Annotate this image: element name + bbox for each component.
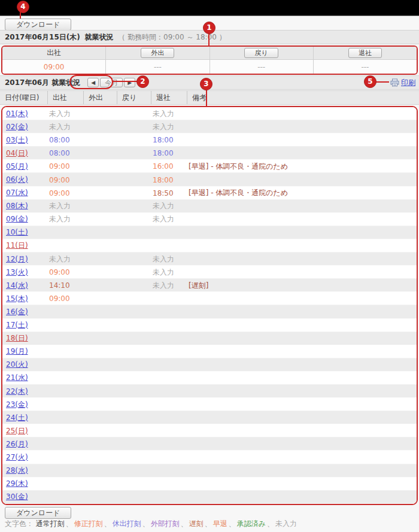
date-link[interactable]: 19(月): [6, 347, 28, 355]
cell-in: 09:00: [49, 189, 70, 197]
punch-clockout-button[interactable]: 退社: [348, 48, 382, 58]
legend-item: 休出打刻: [113, 519, 141, 528]
work-hours-label: （ 勤務時間：09:00 ～ 18:00 ）: [118, 33, 226, 41]
date-link[interactable]: 21(水): [6, 373, 28, 382]
cell-leave: 16:00: [153, 162, 174, 171]
punch-goout-button[interactable]: 外出: [141, 48, 174, 58]
legend-item: 承認済み: [237, 519, 266, 528]
month-table-row: 04(日)08:0018:00: [2, 147, 417, 160]
date-link[interactable]: 07(水): [6, 189, 28, 197]
legend-item: 遅刻: [189, 519, 204, 528]
month-table-row: 20(火): [2, 358, 417, 372]
month-table-row: 17(土): [2, 319, 417, 332]
month-table-body: 01(木)未入力未入力02(金)未入力未入力03(土)08:0018:0004(…: [1, 106, 418, 505]
printer-icon: [390, 78, 399, 87]
date-link[interactable]: 28(水): [6, 466, 28, 475]
legend-item: 早退: [213, 519, 227, 528]
punch-col-clockin-label: 出社: [47, 48, 61, 58]
month-table-row: 19(月): [2, 345, 417, 358]
date-link[interactable]: 30(金): [6, 493, 28, 501]
punch-header-row: 出社 外出 戻り 退社: [2, 47, 417, 60]
date-link[interactable]: 13(火): [6, 268, 28, 276]
date-link[interactable]: 23(金): [6, 400, 28, 409]
cell-in: 未入力: [49, 123, 71, 131]
legend-separator: 、: [104, 519, 111, 528]
month-table-row: 02(金)未入力未入力: [2, 120, 417, 133]
date-link[interactable]: 14(水): [6, 281, 28, 290]
annotation-line-2: [112, 81, 137, 82]
month-table-row: 11(日): [2, 239, 417, 253]
date-link[interactable]: 22(木): [6, 387, 28, 396]
date-link[interactable]: 06(火): [6, 175, 28, 184]
legend-separator: 、: [267, 519, 274, 528]
punch-return-button[interactable]: 戻り: [244, 48, 278, 58]
cell-leave: 18:00: [153, 149, 174, 157]
annotation-line-4: [20, 12, 21, 19]
date-link[interactable]: 12(月): [6, 255, 28, 263]
date-link[interactable]: 02(金): [6, 123, 28, 131]
next-month-button[interactable]: ▶: [124, 78, 135, 87]
month-table-row: 26(月): [2, 437, 417, 451]
date-link[interactable]: 29(木): [6, 479, 28, 488]
month-table-row: 07(水)09:0018:50[早退] - 体調不良・通院のため: [2, 187, 417, 200]
legend-separator: 、: [205, 519, 212, 528]
cell-in: 未入力: [49, 215, 71, 223]
month-table-row: 01(木)未入力未入力: [2, 107, 417, 120]
date-link[interactable]: 04(日): [6, 149, 28, 157]
cell-in: 未入力: [49, 202, 71, 210]
today-section-title: 就業状況: [84, 33, 113, 41]
annotation-line-1: [208, 33, 210, 46]
month-table-row: 23(金): [2, 398, 417, 411]
cell-leave: 未入力: [153, 255, 174, 263]
month-table-row: 14(水)14:10未入力[遅刻]: [2, 279, 417, 292]
date-link[interactable]: 09(金): [6, 215, 28, 223]
today-date-title: 2017年06月15日(木): [5, 33, 80, 41]
date-link[interactable]: 15(木): [6, 294, 28, 303]
month-table-row: 24(土): [2, 411, 417, 424]
date-link[interactable]: 27(火): [6, 453, 28, 461]
month-table-row: 22(木): [2, 385, 417, 398]
annotation-outline-month-nav: [69, 75, 113, 89]
month-column-header: 日付(曜日) 出社 外出 戻り 退社 備考: [0, 90, 419, 105]
date-link[interactable]: 03(土): [6, 136, 28, 144]
punch-goout-time: ---: [154, 63, 162, 71]
download-button-top[interactable]: ダウンロード: [5, 19, 71, 31]
cell-note: [遅刻]: [189, 281, 208, 290]
cell-leave: 未入力: [153, 215, 174, 223]
col-remarks-label: 備考: [187, 91, 419, 104]
today-punch-table: 出社 外出 戻り 退社 09:00 --- --- ---: [1, 45, 418, 75]
month-table-row: 18(日): [2, 332, 417, 345]
date-link[interactable]: 18(日): [6, 334, 28, 342]
date-link[interactable]: 05(月): [6, 162, 28, 171]
month-table-row: 09(金)未入力未入力: [2, 213, 417, 226]
punch-return-time: ---: [257, 63, 265, 71]
col-goout-label: 外出: [84, 91, 117, 104]
date-link[interactable]: 16(金): [6, 308, 28, 316]
date-link[interactable]: 08(木): [6, 202, 28, 210]
legend-item: 未入力: [275, 519, 297, 528]
date-link[interactable]: 11(日): [6, 241, 28, 250]
top-black-bar: [0, 0, 419, 16]
punch-values-row: 09:00 --- --- ---: [2, 60, 417, 74]
month-table-row: 25(日): [2, 424, 417, 437]
date-link[interactable]: 25(日): [6, 427, 28, 435]
month-table-row: 13(火)09:00未入力: [2, 266, 417, 279]
month-table-row: 30(金): [2, 491, 417, 504]
date-link[interactable]: 20(火): [6, 360, 28, 369]
print-link[interactable]: 印刷: [401, 78, 415, 88]
date-link[interactable]: 17(土): [6, 321, 28, 329]
cell-leave: 18:00: [153, 136, 174, 144]
legend-item: 通常打刻: [36, 519, 65, 528]
legend-separator: 、: [66, 519, 73, 528]
cell-in: 08:00: [49, 149, 70, 157]
download-button-bottom[interactable]: ダウンロード: [5, 507, 71, 519]
cell-leave: 未入力: [153, 110, 174, 118]
date-link[interactable]: 24(土): [6, 414, 28, 422]
cell-leave: 18:50: [153, 189, 174, 197]
cell-leave: 未入力: [153, 268, 174, 276]
legend-item: 修正打刻: [74, 519, 103, 528]
annotation-badge-3: 3: [200, 78, 212, 90]
date-link[interactable]: 01(木): [6, 110, 28, 118]
date-link[interactable]: 10(土): [6, 228, 28, 236]
date-link[interactable]: 26(月): [6, 440, 28, 448]
